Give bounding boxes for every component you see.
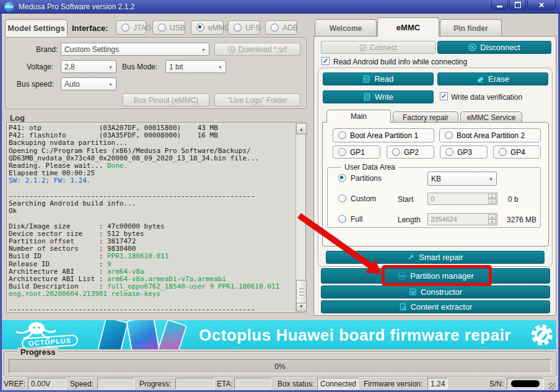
boot-area-partition-1-radio[interactable]: Boot Area Partition 1 xyxy=(333,128,434,142)
start-spinner[interactable]: 0 ▲▼ xyxy=(427,193,497,205)
box-status-label: Box status: xyxy=(278,380,314,388)
banner-headline: Octoplus Huawei board firmware repair xyxy=(188,326,522,345)
minimize-button[interactable] xyxy=(491,1,508,10)
log-scrollbar[interactable]: ▲ ▼ xyxy=(295,123,305,311)
gp1-radio[interactable]: GP1 xyxy=(333,146,380,159)
length-spinner[interactable]: 3354624 ▲▼ xyxy=(427,213,497,225)
annotation-highlight-box xyxy=(382,265,492,286)
spinner-buttons[interactable]: ▲▼ xyxy=(488,194,496,204)
gp2-radio[interactable]: GP2 xyxy=(387,146,434,159)
erase-icon xyxy=(476,75,484,83)
tab-pin-finder[interactable]: Pin finder xyxy=(440,19,502,37)
bus-mode-select[interactable]: 1 bit▼ xyxy=(165,60,226,73)
radio-icon xyxy=(234,24,242,32)
connect-button[interactable]: Connect xyxy=(321,41,435,54)
tab-factory-repair[interactable]: Factory repair xyxy=(393,111,458,123)
log-line: Searching Android build info... xyxy=(9,200,295,207)
close-icon: × xyxy=(539,0,544,10)
interface-option-ufs[interactable]: UFS xyxy=(228,20,260,35)
close-button[interactable]: × xyxy=(527,1,556,10)
erase-button[interactable]: Erase xyxy=(437,72,548,85)
content-extractor-button[interactable]: Content extractor xyxy=(321,300,550,313)
log-line: ----------------------------------------… xyxy=(9,306,295,310)
scroll-grip xyxy=(299,289,304,290)
connect-label: Connect xyxy=(370,43,398,52)
read-build-info-checkbox[interactable]: ✓ xyxy=(322,57,330,65)
custom-label: Custom xyxy=(351,194,376,203)
tab-factory-repair-label: Factory repair xyxy=(403,113,448,122)
smart-repair-label: Smart repair xyxy=(419,253,463,262)
radio-icon xyxy=(445,148,453,156)
tab-pin-finder-label: Pin finder xyxy=(453,24,488,33)
wrench-icon xyxy=(407,253,415,261)
bus-mode-label: Bus Mode: xyxy=(122,63,157,71)
chevron-down-icon: ▼ xyxy=(108,64,113,69)
brand-label: Brand: xyxy=(36,45,58,54)
tab-model-settings[interactable]: Model Settings xyxy=(5,19,68,37)
bus-speed-label: Bus speed: xyxy=(17,80,54,89)
write-button[interactable]: Write xyxy=(323,90,434,103)
progress-stat-value xyxy=(175,378,214,390)
interface-option-usb[interactable]: USB xyxy=(152,20,185,35)
scroll-grip xyxy=(299,295,304,297)
spin-down-icon[interactable]: ▼ xyxy=(488,219,496,224)
interface-option-jtag[interactable]: JTAG xyxy=(116,20,146,35)
resize-grip[interactable] xyxy=(549,383,556,390)
spinner-buttons[interactable]: ▲▼ xyxy=(488,214,496,224)
scroll-thumb[interactable] xyxy=(296,280,307,303)
box-pinout-label: Box Pinout (eMMC) xyxy=(134,96,199,105)
partitions-radio[interactable] xyxy=(338,174,346,182)
box-status-value: Connected xyxy=(317,378,359,390)
spin-up-icon[interactable]: ▲ xyxy=(488,194,496,199)
maximize-button[interactable] xyxy=(509,1,526,10)
radio-icon xyxy=(499,148,507,156)
tab-emmc[interactable]: eMMC xyxy=(377,17,439,37)
app-icon: PRO xyxy=(4,2,14,12)
log-line: SW: 2.1.2; FW: 1.24. xyxy=(9,177,295,185)
tab-emmc-service[interactable]: eMMC Service xyxy=(460,111,522,123)
tab-main[interactable]: Main xyxy=(326,110,391,123)
gp2-label: GP2 xyxy=(404,148,419,157)
unit-value: KB xyxy=(431,175,441,183)
log-output[interactable]: P41: otp (03A207DF, 00015800) 43 MBP42: … xyxy=(9,124,295,310)
download-srf-button[interactable]: Download *.srf xyxy=(214,43,300,56)
tab-welcome[interactable]: Welcome xyxy=(315,19,377,37)
radio-icon xyxy=(445,131,453,139)
spin-down-icon[interactable]: ▼ xyxy=(488,199,496,204)
spin-up-icon[interactable]: ▲ xyxy=(488,214,496,219)
live-logs-folder-button[interactable]: "Live Logs" Folder xyxy=(214,94,300,107)
disconnect-icon xyxy=(468,43,476,51)
read-button[interactable]: Read xyxy=(323,72,434,85)
brand-select[interactable]: Custom Settings▼ xyxy=(61,43,209,56)
constructor-icon xyxy=(409,288,417,296)
serial-number-label: S/N: xyxy=(489,380,504,388)
tab-welcome-label: Welcome xyxy=(330,24,362,33)
tab-model-settings-label: Model Settings xyxy=(7,24,64,33)
gp4-radio[interactable]: GP4 xyxy=(493,146,541,159)
download-srf-label: Download *.srf xyxy=(238,45,287,54)
log-label: Log xyxy=(10,113,25,123)
application-window: PRO Medusa Pro Software version 2.1.2 × … xyxy=(0,0,560,392)
radio-icon xyxy=(338,215,346,223)
full-radio[interactable] xyxy=(338,215,346,223)
bus-speed-select[interactable]: Auto▼ xyxy=(61,77,116,90)
phone-image xyxy=(97,320,129,349)
radio-icon xyxy=(338,131,346,139)
unit-select[interactable]: KB▼ xyxy=(427,172,497,186)
custom-radio[interactable] xyxy=(338,194,346,203)
constructor-button[interactable]: Constructor xyxy=(321,285,550,298)
gp3-radio[interactable]: GP3 xyxy=(440,146,488,159)
interface-option-emmc[interactable]: eMMC xyxy=(191,20,224,35)
smart-repair-button[interactable]: Smart repair xyxy=(326,251,545,264)
interface-option-label: JTAG xyxy=(133,24,152,32)
voltage-select[interactable]: 2.8▼ xyxy=(61,60,116,73)
boot-area-partition-2-radio[interactable]: Boot Area Partition 2 xyxy=(439,128,541,142)
interface-option-adb[interactable]: ADB xyxy=(265,20,297,35)
ad-banner[interactable]: OCTOPLUS Octoplus Huawei board firmware … xyxy=(2,320,556,349)
scroll-up-button[interactable]: ▲ xyxy=(296,123,307,134)
write-verification-checkbox[interactable]: ✓ xyxy=(440,92,448,100)
disconnect-button[interactable]: Disconnect xyxy=(437,41,551,54)
live-logs-label: "Live Logs" Folder xyxy=(227,96,287,105)
title-bar[interactable]: PRO Medusa Pro Software version 2.1.2 × xyxy=(0,0,560,14)
box-pinout-button[interactable]: Box Pinout (eMMC) xyxy=(123,94,209,107)
